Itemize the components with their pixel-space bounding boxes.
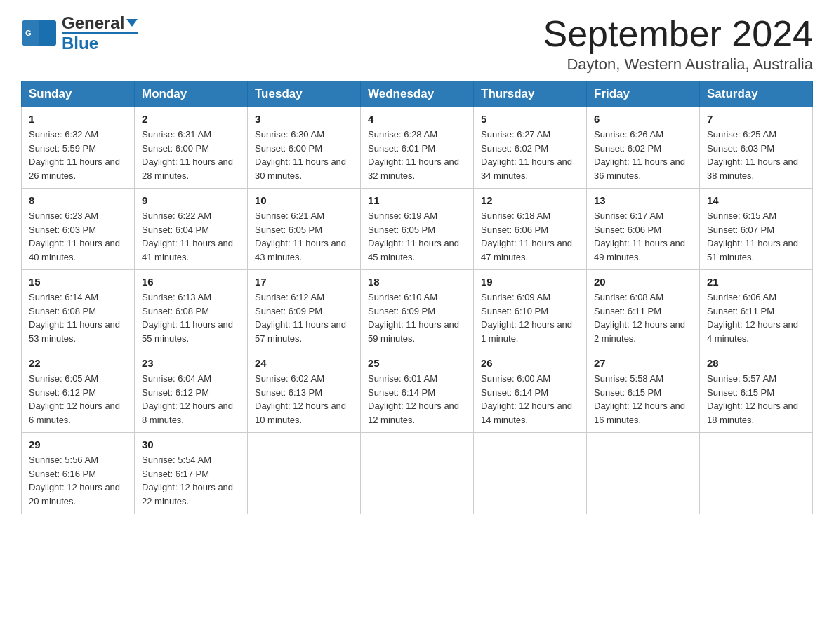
day-number: 12 [481,194,579,206]
sunrise-text: Sunrise: 6:18 AM [481,210,550,221]
day-info: Sunrise: 6:13 AM Sunset: 6:08 PM Dayligh… [142,290,240,345]
calendar-cell: 20 Sunrise: 6:08 AM Sunset: 6:11 PM Dayl… [587,270,700,351]
sunset-text: Sunset: 6:00 PM [255,143,322,154]
weekday-header-sunday: Sunday [22,81,135,107]
sunset-text: Sunset: 6:13 PM [255,387,322,398]
daylight-text: Daylight: 12 hours and 22 minutes. [142,482,233,507]
day-info: Sunrise: 6:12 AM Sunset: 6:09 PM Dayligh… [255,290,353,345]
daylight-text: Daylight: 11 hours and 49 minutes. [594,238,685,262]
daylight-text: Daylight: 11 hours and 36 minutes. [594,156,685,181]
day-number: 23 [142,357,240,369]
day-number: 10 [255,194,353,206]
daylight-text: Daylight: 11 hours and 51 minutes. [707,238,798,262]
day-info: Sunrise: 6:23 AM Sunset: 6:03 PM Dayligh… [29,209,127,264]
daylight-text: Daylight: 11 hours and 40 minutes. [29,238,120,262]
day-number: 4 [368,113,466,125]
calendar-week-row: 8 Sunrise: 6:23 AM Sunset: 6:03 PM Dayli… [22,189,813,270]
sunrise-text: Sunrise: 6:25 AM [707,129,776,140]
sunset-text: Sunset: 6:14 PM [368,387,435,398]
day-info: Sunrise: 6:19 AM Sunset: 6:05 PM Dayligh… [368,209,466,264]
day-info: Sunrise: 6:05 AM Sunset: 6:12 PM Dayligh… [29,372,127,427]
day-info: Sunrise: 5:56 AM Sunset: 6:16 PM Dayligh… [29,453,127,508]
calendar-cell: 9 Sunrise: 6:22 AM Sunset: 6:04 PM Dayli… [135,189,248,270]
sunrise-text: Sunrise: 6:09 AM [481,292,550,302]
sunset-text: Sunset: 6:02 PM [594,143,661,154]
day-number: 19 [481,276,579,288]
day-info: Sunrise: 6:17 AM Sunset: 6:06 PM Dayligh… [594,209,692,264]
daylight-text: Daylight: 11 hours and 30 minutes. [255,156,346,181]
daylight-text: Daylight: 12 hours and 4 minutes. [707,319,798,344]
calendar-cell: 5 Sunrise: 6:27 AM Sunset: 6:02 PM Dayli… [474,107,587,189]
daylight-text: Daylight: 12 hours and 20 minutes. [29,482,120,507]
sunrise-text: Sunrise: 5:57 AM [707,373,776,384]
day-info: Sunrise: 5:54 AM Sunset: 6:17 PM Dayligh… [142,453,240,508]
day-number: 6 [594,113,692,125]
calendar-cell [248,433,361,514]
day-number: 13 [594,194,692,206]
sunrise-text: Sunrise: 6:05 AM [29,373,98,384]
calendar-cell: 24 Sunrise: 6:02 AM Sunset: 6:13 PM Dayl… [248,351,361,433]
day-number: 15 [29,276,127,288]
sunset-text: Sunset: 6:11 PM [594,306,661,316]
page-header: G General Blue September 2024 Dayton, We… [21,14,813,74]
day-number: 11 [368,194,466,206]
calendar-week-row: 22 Sunrise: 6:05 AM Sunset: 6:12 PM Dayl… [22,351,813,433]
sunrise-text: Sunrise: 5:56 AM [29,455,98,465]
calendar-cell: 17 Sunrise: 6:12 AM Sunset: 6:09 PM Dayl… [248,270,361,351]
daylight-text: Daylight: 11 hours and 26 minutes. [29,156,120,181]
day-info: Sunrise: 6:27 AM Sunset: 6:02 PM Dayligh… [481,128,579,182]
weekday-header-monday: Monday [135,81,248,107]
sunset-text: Sunset: 6:02 PM [481,143,548,154]
daylight-text: Daylight: 12 hours and 14 minutes. [481,401,572,425]
daylight-text: Daylight: 11 hours and 57 minutes. [255,319,346,344]
calendar-cell: 13 Sunrise: 6:17 AM Sunset: 6:06 PM Dayl… [587,189,700,270]
daylight-text: Daylight: 12 hours and 10 minutes. [255,401,346,425]
calendar-title: September 2024 [543,14,814,54]
day-number: 8 [29,194,127,206]
sunrise-text: Sunrise: 6:08 AM [594,292,663,302]
sunset-text: Sunset: 6:08 PM [142,306,209,316]
daylight-text: Daylight: 12 hours and 16 minutes. [594,401,685,425]
calendar-cell: 7 Sunrise: 6:25 AM Sunset: 6:03 PM Dayli… [700,107,813,189]
day-info: Sunrise: 6:10 AM Sunset: 6:09 PM Dayligh… [368,290,466,345]
daylight-text: Daylight: 12 hours and 6 minutes. [29,401,120,425]
sunrise-text: Sunrise: 6:27 AM [481,129,550,140]
sunset-text: Sunset: 6:06 PM [594,224,661,235]
day-number: 17 [255,276,353,288]
day-number: 5 [481,113,579,125]
svg-text:G: G [25,29,32,37]
calendar-week-row: 29 Sunrise: 5:56 AM Sunset: 6:16 PM Dayl… [22,433,813,514]
day-info: Sunrise: 6:28 AM Sunset: 6:01 PM Dayligh… [368,128,466,182]
calendar-cell: 16 Sunrise: 6:13 AM Sunset: 6:08 PM Dayl… [135,270,248,351]
sunrise-text: Sunrise: 6:31 AM [142,129,211,140]
day-number: 18 [368,276,466,288]
sunset-text: Sunset: 6:15 PM [594,387,661,398]
sunrise-text: Sunrise: 6:13 AM [142,292,211,302]
daylight-text: Daylight: 11 hours and 47 minutes. [481,238,572,262]
day-info: Sunrise: 6:15 AM Sunset: 6:07 PM Dayligh… [707,209,805,264]
day-number: 28 [707,357,805,369]
sunrise-text: Sunrise: 6:19 AM [368,210,437,221]
day-number: 22 [29,357,127,369]
title-block: September 2024 Dayton, Western Australia… [543,14,814,74]
day-info: Sunrise: 6:02 AM Sunset: 6:13 PM Dayligh… [255,372,353,427]
calendar-cell: 25 Sunrise: 6:01 AM Sunset: 6:14 PM Dayl… [361,351,474,433]
calendar-cell: 22 Sunrise: 6:05 AM Sunset: 6:12 PM Dayl… [22,351,135,433]
weekday-header-friday: Friday [587,81,700,107]
day-number: 14 [707,194,805,206]
day-number: 20 [594,276,692,288]
daylight-text: Daylight: 12 hours and 1 minute. [481,319,572,344]
sunset-text: Sunset: 6:05 PM [368,224,435,235]
sunset-text: Sunset: 6:03 PM [29,224,96,235]
day-info: Sunrise: 6:04 AM Sunset: 6:12 PM Dayligh… [142,372,240,427]
calendar-cell: 8 Sunrise: 6:23 AM Sunset: 6:03 PM Dayli… [22,189,135,270]
sunset-text: Sunset: 6:16 PM [29,469,96,479]
day-info: Sunrise: 6:31 AM Sunset: 6:00 PM Dayligh… [142,128,240,182]
sunrise-text: Sunrise: 6:06 AM [707,292,776,302]
calendar-cell: 12 Sunrise: 6:18 AM Sunset: 6:06 PM Dayl… [474,189,587,270]
sunset-text: Sunset: 6:03 PM [707,143,774,154]
sunrise-text: Sunrise: 5:54 AM [142,455,211,465]
calendar-cell: 10 Sunrise: 6:21 AM Sunset: 6:05 PM Dayl… [248,189,361,270]
day-info: Sunrise: 6:26 AM Sunset: 6:02 PM Dayligh… [594,128,692,182]
calendar-cell: 1 Sunrise: 6:32 AM Sunset: 5:59 PM Dayli… [22,107,135,189]
